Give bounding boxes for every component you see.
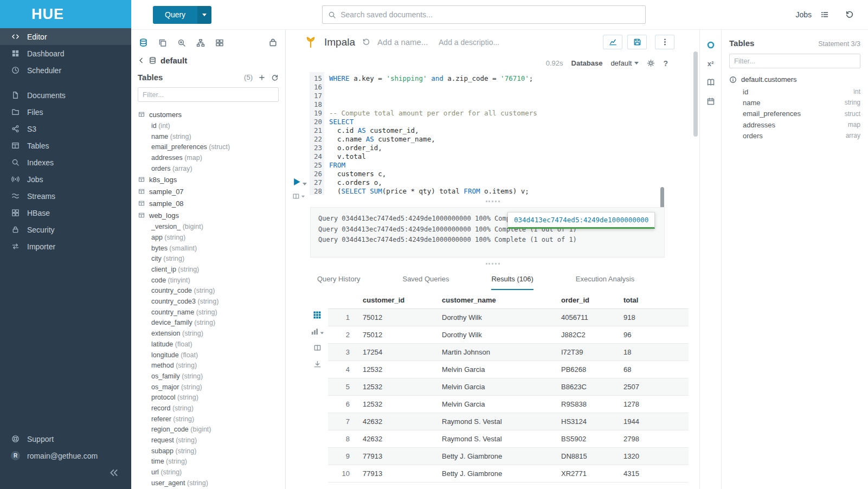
code-line[interactable] <box>329 92 699 100</box>
panel-column-item[interactable]: namestring <box>729 97 860 108</box>
code-line[interactable]: -- Compute total amount per order for al… <box>329 109 699 118</box>
table-row[interactable]: 512532Melvin GarciaB8623C2507 <box>328 378 689 396</box>
sidebar-item-files[interactable]: Files <box>0 104 131 120</box>
collections-bag-icon[interactable] <box>268 38 278 47</box>
execute-button[interactable] <box>292 177 307 186</box>
global-search[interactable] <box>322 5 646 24</box>
panel-column-item[interactable]: ordersarray <box>729 130 860 141</box>
back-chevron-icon[interactable] <box>138 57 145 64</box>
editor-assistant-icon[interactable] <box>706 41 715 49</box>
query-description-input[interactable] <box>439 38 503 47</box>
download-icon[interactable] <box>313 360 322 368</box>
database-select[interactable]: default <box>610 59 639 67</box>
result-cell[interactable]: DN8815 <box>557 448 619 465</box>
result-cell[interactable]: 96 <box>619 326 689 344</box>
result-cell[interactable]: 18 <box>619 344 689 361</box>
column-item[interactable]: code (tinyint) <box>138 275 285 286</box>
tables-filter-input[interactable] <box>138 87 279 102</box>
table-row[interactable]: 412532Melvin GarciaPB626868 <box>328 361 689 378</box>
result-cell[interactable]: 1320 <box>619 448 689 465</box>
result-cell[interactable]: PB6268 <box>557 361 619 378</box>
result-cell[interactable]: Betty J. Giambrone <box>438 448 557 465</box>
query-name-input[interactable] <box>377 37 432 47</box>
jobs-link[interactable]: Jobs <box>795 10 812 19</box>
help-icon[interactable]: ? <box>663 59 668 68</box>
table-item[interactable]: web_logs <box>138 209 285 221</box>
result-cell[interactable]: 1944 <box>619 413 689 430</box>
column-item[interactable]: city (string) <box>138 254 285 265</box>
code-line[interactable]: c.id AS customer_id, <box>329 126 699 135</box>
query-history-icon[interactable] <box>845 10 854 19</box>
result-cell[interactable]: BS5902 <box>557 430 619 448</box>
code-line[interactable]: v.total <box>329 152 699 161</box>
column-item[interactable]: extension (string) <box>138 328 285 339</box>
breadcrumb-database-name[interactable]: default <box>160 56 187 65</box>
column-item[interactable]: client_ip (string) <box>138 264 285 275</box>
column-item[interactable]: id (int) <box>138 120 285 131</box>
column-item[interactable]: orders (array) <box>138 163 285 174</box>
result-cell[interactable]: 918 <box>619 309 689 326</box>
table-row[interactable]: 842632Raymond S. VestalBS59022798 <box>328 430 689 448</box>
tab-results-106-[interactable]: Results (106) <box>491 275 533 290</box>
result-cell[interactable]: 1278 <box>619 396 689 413</box>
column-header[interactable]: total <box>619 291 689 309</box>
query-id-tooltip[interactable]: 034d413ec7474ed5:4249de1000000000 <box>507 212 655 229</box>
refresh-tables-icon[interactable] <box>271 74 279 81</box>
editor-code-lines[interactable]: WHERE a.key = 'shipping' and a.zip_code … <box>324 72 699 195</box>
code-line[interactable]: customers c, <box>329 170 699 178</box>
column-item[interactable]: device_family (string) <box>138 318 285 329</box>
panel-column-item[interactable]: email_preferencesstruct <box>729 108 860 119</box>
column-header[interactable]: customer_name <box>438 291 557 309</box>
columns-view-icon[interactable] <box>313 344 322 352</box>
table-item[interactable]: sample_07 <box>138 185 285 197</box>
column-item[interactable]: record (string) <box>138 403 285 414</box>
column-item[interactable]: email_preferences (struct) <box>138 141 285 152</box>
table-item[interactable]: k8s_logs <box>138 173 285 185</box>
result-cell[interactable]: Dorothy Wilk <box>438 326 557 344</box>
column-item[interactable]: _version_ (bigint) <box>138 221 285 232</box>
more-options-button[interactable] <box>655 35 674 49</box>
editor-history-icon[interactable] <box>362 38 370 46</box>
sidebar-item-documents[interactable]: Documents <box>0 87 131 104</box>
panel-column-item[interactable]: idint <box>729 86 860 97</box>
info-icon[interactable] <box>729 76 737 83</box>
result-cell[interactable]: 75012 <box>358 326 438 344</box>
result-cell[interactable]: 4056711 <box>557 309 619 326</box>
column-item[interactable]: latitude (float) <box>138 339 285 350</box>
search-source-icon[interactable] <box>177 38 186 47</box>
add-table-icon[interactable] <box>258 74 266 81</box>
result-cell[interactable]: Raymond S. Vestal <box>438 413 557 430</box>
result-cell[interactable]: 42632 <box>358 430 438 448</box>
result-cell[interactable]: B8623C <box>557 378 619 396</box>
column-item[interactable]: url (string) <box>138 467 285 478</box>
column-item[interactable]: bytes (smallint) <box>138 243 285 254</box>
result-cell[interactable]: HS3124 <box>557 413 619 430</box>
column-item[interactable]: country_code (string) <box>138 286 285 297</box>
code-line[interactable] <box>329 100 699 109</box>
query-button-caret[interactable] <box>197 6 211 24</box>
code-line[interactable]: c.orders o, <box>329 178 699 187</box>
sidebar-collapse-button[interactable] <box>0 464 131 487</box>
sidebar-item-editor[interactable]: Editor <box>0 28 131 45</box>
settings-gear-icon[interactable] <box>647 59 655 67</box>
resize-handle-bottom[interactable] <box>286 258 699 269</box>
databases-source-icon[interactable] <box>139 38 148 47</box>
column-item[interactable]: os_major (string) <box>138 382 285 393</box>
column-item[interactable]: subapp (string) <box>138 446 285 456</box>
table-row[interactable]: 275012Dorothy WilkJ882C296 <box>328 326 689 344</box>
tab-execution-analysis[interactable]: Execution Analysis <box>576 275 634 290</box>
result-cell[interactable]: 42632 <box>358 413 438 430</box>
sql-editor[interactable]: 1516171819202122232425262728 WHERE a.key… <box>286 72 699 195</box>
search-input[interactable] <box>340 10 640 19</box>
query-button-label[interactable]: Query <box>153 6 197 24</box>
result-cell[interactable]: 77913 <box>358 465 438 482</box>
result-cell[interactable]: 12532 <box>358 361 438 378</box>
result-cell[interactable]: 17254 <box>358 344 438 361</box>
table-row[interactable]: 612532Melvin GarciaR9S8381278 <box>328 396 689 413</box>
table-row[interactable]: 175012Dorothy Wilk4056711918 <box>328 309 689 326</box>
panel-column-item[interactable]: addressesmap <box>729 119 860 130</box>
result-cell[interactable]: 2507 <box>619 378 689 396</box>
schedule-icon[interactable] <box>706 97 715 106</box>
result-cell[interactable]: XR2771 <box>557 465 619 482</box>
result-cell[interactable]: 75012 <box>358 309 438 326</box>
